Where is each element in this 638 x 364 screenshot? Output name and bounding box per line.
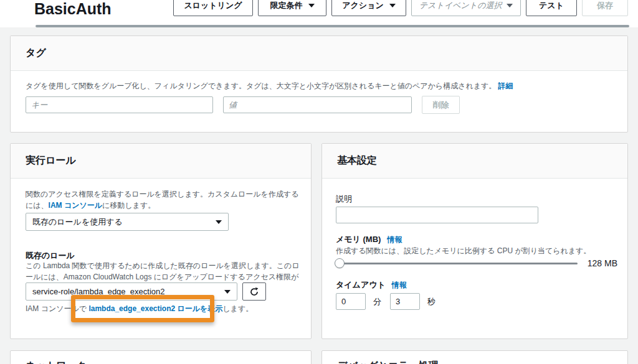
memory-label: メモリ (MB) (336, 234, 381, 245)
test-button-label: テスト (539, 0, 564, 11)
description-label: 説明 (336, 194, 352, 205)
function-name-title: BasicAuth (34, 0, 112, 18)
refresh-roles-button[interactable] (242, 282, 266, 301)
timeout-minutes-unit: 分 (373, 296, 381, 307)
memory-slider-row: 128 MB (336, 257, 617, 269)
lambda-console-screen: BasicAuth スロットリング 限定条件 アクション テストイベントの選択 … (0, 0, 638, 364)
tag-delete-button-label: 削除 (433, 100, 449, 111)
qualifiers-button[interactable]: 限定条件 (258, 0, 326, 16)
view-role-text-before: IAM コンソールで (26, 304, 88, 313)
tags-description: タグを使用して関数をグループ化し、フィルタリングできます。タグは、大文字と小文字… (26, 80, 614, 91)
test-event-select-value: テストイベントの選択 (419, 0, 502, 11)
view-role-line: IAM コンソールで lambda_edge_exection2 ロールを表示し… (26, 303, 305, 314)
tag-key-input[interactable] (26, 96, 213, 113)
existing-role-select-value: service-role/lambda_edge_exection2 (32, 287, 164, 296)
memory-slider[interactable] (336, 263, 578, 264)
execution-role-title: 実行ロール (26, 154, 76, 167)
timeout-seconds-input[interactable] (390, 293, 420, 310)
chevron-down-icon (507, 4, 513, 7)
throttling-button[interactable]: スロットリング (173, 0, 253, 16)
save-button-label: 保存 (597, 0, 613, 11)
memory-info-link[interactable]: 情報 (387, 235, 402, 245)
qualifiers-button-label: 限定条件 (270, 0, 303, 11)
chevron-down-icon (389, 4, 396, 7)
network-card: ネットワーク (10, 350, 312, 364)
chevron-down-icon (216, 220, 222, 224)
timeout-info-link[interactable]: 情報 (392, 280, 407, 291)
top-header-bar: BasicAuth スロットリング 限定条件 アクション テストイベントの選択 … (0, 0, 638, 27)
tags-card: タグ タグを使用して関数をグループ化し、フィルタリングできます。タグは、大文字と… (10, 35, 628, 133)
existing-role-select[interactable]: service-role/lambda_edge_exection2 (26, 282, 237, 301)
basic-settings-card-header: 基本設定 (322, 144, 627, 179)
tag-delete-button[interactable]: 削除 (422, 96, 460, 114)
execution-role-card-header: 実行ロール (11, 144, 311, 179)
iam-console-link[interactable]: IAM コンソール (49, 201, 102, 210)
description-input[interactable] (336, 207, 538, 223)
network-title: ネットワーク (26, 360, 87, 364)
test-button[interactable]: テスト (526, 0, 577, 16)
memory-description: 作成する関数には、設定したメモリに比例する CPU が割り当てられます。 (336, 245, 615, 256)
role-source-select-value: 既存のロールを使用する (32, 217, 123, 228)
actions-button[interactable]: アクション (331, 0, 406, 16)
view-role-link[interactable]: lambda_edge_exection2 ロールを表示 (88, 304, 222, 313)
memory-value: 128 MB (588, 258, 617, 268)
throttling-button-label: スロットリング (184, 0, 242, 11)
tags-description-text: タグを使用して関数をグループ化し、フィルタリングできます。タグは、大文字と小文字… (26, 82, 496, 90)
save-button[interactable]: 保存 (582, 0, 628, 16)
memory-slider-thumb[interactable] (335, 258, 345, 268)
timeout-label-row: タイムアウト 情報 (336, 279, 407, 291)
basic-settings-title: 基本設定 (337, 154, 377, 167)
horizontal-scrollbar[interactable] (36, 25, 629, 27)
tags-title: タグ (26, 47, 46, 60)
role-source-select[interactable]: 既存のロールを使用する (26, 213, 229, 231)
tags-card-header: タグ (11, 36, 627, 71)
memory-label-row: メモリ (MB) 情報 (336, 234, 402, 245)
timeout-label: タイムアウト (336, 279, 386, 291)
execution-role-description: 関数のアクセス権限を定義するロールを選択します。カスタムロールを作成するには、I… (26, 189, 300, 211)
chevron-down-icon (308, 4, 315, 7)
view-role-text-after: します。 (222, 304, 253, 313)
actions-button-label: アクション (342, 0, 384, 11)
execution-role-card: 実行ロール 関数のアクセス権限を定義するロールを選択します。カスタムロールを作成… (10, 143, 312, 339)
timeout-seconds-unit: 秒 (427, 296, 436, 307)
execution-role-description-after: に移動します。 (102, 201, 155, 210)
chevron-down-icon (224, 290, 231, 294)
timeout-inputs-row: 分 秒 (336, 293, 436, 310)
timeout-minutes-input[interactable] (336, 293, 366, 310)
basic-settings-card: 基本設定 説明 メモリ (MB) 情報 作成する関数には、設定したメモリに比例す… (321, 143, 628, 339)
refresh-icon (249, 287, 259, 297)
tags-details-link[interactable]: 詳細 (498, 82, 513, 90)
debug-card: デバッグとエラー処理 (321, 350, 628, 364)
tag-value-input[interactable] (223, 96, 412, 113)
debug-title: デバッグとエラー処理 (337, 360, 439, 364)
test-event-select[interactable]: テストイベントの選択 (411, 0, 521, 16)
